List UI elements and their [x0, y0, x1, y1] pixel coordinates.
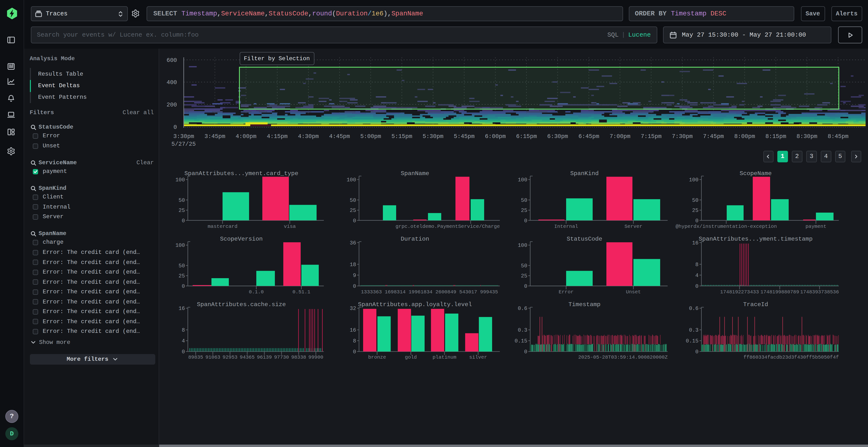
svg-text:grpc.oteldemo.PaymentService/C: grpc.oteldemo.PaymentService/Charge	[396, 224, 500, 229]
svg-text:50: 50	[179, 263, 185, 269]
svg-text:silver: silver	[469, 354, 487, 360]
svg-text:100: 100	[518, 177, 527, 183]
svg-text:5/27/25: 5/27/25	[172, 141, 196, 147]
svg-text:98338: 98338	[291, 354, 306, 360]
svg-text:8: 8	[353, 338, 356, 344]
svg-text:Internal: Internal	[554, 224, 578, 229]
svg-text:25: 25	[521, 208, 527, 214]
svg-text:600: 600	[166, 57, 177, 64]
svg-text:100: 100	[689, 177, 699, 183]
svg-text:7:00pm: 7:00pm	[610, 133, 630, 140]
svg-text:0.3: 0.3	[518, 327, 527, 333]
svg-text:94365: 94365	[240, 354, 255, 360]
svg-text:5:30pm: 5:30pm	[423, 133, 443, 140]
svg-text:0: 0	[695, 349, 699, 355]
svg-text:32: 32	[350, 306, 356, 312]
svg-text:payment: payment	[806, 224, 827, 229]
svg-text:99900: 99900	[308, 354, 323, 360]
svg-text:8:00pm: 8:00pm	[734, 133, 755, 140]
svg-text:91063: 91063	[206, 354, 220, 360]
svg-text:100: 100	[346, 177, 356, 183]
svg-text:ScopeName: ScopeName	[740, 170, 772, 177]
svg-text:5:00pm: 5:00pm	[360, 133, 381, 140]
svg-text:0.3: 0.3	[689, 327, 699, 333]
svg-text:92953: 92953	[222, 354, 238, 360]
svg-text:9: 9	[353, 273, 356, 279]
svg-text:0.6: 0.6	[518, 306, 527, 312]
svg-text:SpanAttributes.cache.size: SpanAttributes.cache.size	[197, 301, 286, 308]
svg-text:platinum: platinum	[433, 354, 457, 360]
svg-text:0.51.1: 0.51.1	[292, 289, 310, 295]
svg-text:4:00pm: 4:00pm	[236, 133, 256, 140]
svg-text:0: 0	[695, 283, 699, 289]
svg-text:50: 50	[179, 198, 185, 204]
svg-text:SpanKind: SpanKind	[570, 170, 599, 177]
svg-text:4:45pm: 4:45pm	[329, 133, 350, 140]
svg-text:7:45pm: 7:45pm	[703, 133, 724, 140]
svg-text:Unset: Unset	[626, 289, 641, 295]
svg-text:4:30pm: 4:30pm	[298, 133, 319, 140]
svg-text:Error: Error	[559, 289, 574, 295]
svg-text:visa: visa	[284, 224, 296, 229]
svg-text:4: 4	[695, 273, 699, 279]
svg-text:25: 25	[350, 208, 356, 214]
svg-text:97730: 97730	[274, 354, 289, 360]
svg-text:25: 25	[692, 208, 699, 214]
svg-text:400: 400	[166, 79, 177, 86]
svg-text:0.15: 0.15	[686, 338, 699, 344]
svg-text:25: 25	[179, 273, 185, 279]
svg-text:SpanName: SpanName	[401, 170, 429, 177]
svg-text:Duration: Duration	[401, 236, 429, 242]
svg-text:0.6: 0.6	[689, 306, 699, 312]
svg-text:1748199880789: 1748199880789	[761, 289, 799, 295]
svg-text:8: 8	[695, 262, 699, 268]
svg-text:4:15pm: 4:15pm	[267, 133, 288, 140]
svg-text:25: 25	[521, 273, 527, 279]
svg-text:8:30pm: 8:30pm	[797, 133, 817, 140]
svg-text:16: 16	[350, 327, 356, 333]
svg-text:0: 0	[695, 218, 699, 224]
svg-text:5:45pm: 5:45pm	[454, 133, 474, 140]
svg-text:0: 0	[524, 218, 527, 224]
svg-text:16: 16	[179, 306, 185, 312]
svg-text:100: 100	[518, 243, 527, 248]
svg-text:6:00pm: 6:00pm	[485, 133, 506, 140]
svg-text:0: 0	[174, 124, 177, 131]
svg-text:SpanAttributes...yment.timesta: SpanAttributes...yment.timestamp	[699, 236, 812, 242]
svg-text:0: 0	[353, 349, 356, 355]
svg-text:7:30pm: 7:30pm	[672, 133, 693, 140]
svg-text:TraceId: TraceId	[743, 301, 768, 308]
svg-text:bronze: bronze	[368, 354, 386, 360]
svg-text:0: 0	[524, 283, 527, 289]
svg-text:6:15pm: 6:15pm	[516, 133, 537, 140]
svg-text:50: 50	[350, 198, 356, 204]
svg-text:0: 0	[182, 218, 185, 224]
svg-text:@hyperdx/instrumentation-excep: @hyperdx/instrumentation-exception	[676, 224, 777, 229]
svg-text:8:45pm: 8:45pm	[828, 133, 848, 140]
svg-text:100: 100	[175, 177, 185, 183]
svg-text:gold: gold	[405, 354, 416, 360]
svg-text:Server: Server	[624, 224, 642, 229]
svg-text:50: 50	[521, 263, 527, 269]
svg-text:6:45pm: 6:45pm	[579, 133, 599, 140]
svg-text:6:30pm: 6:30pm	[547, 133, 568, 140]
svg-text:50: 50	[692, 198, 699, 204]
svg-text:100: 100	[175, 243, 185, 248]
svg-text:mastercard: mastercard	[208, 224, 238, 229]
svg-text:5:15pm: 5:15pm	[391, 133, 412, 140]
svg-text:4: 4	[182, 338, 185, 344]
svg-text:89835: 89835	[188, 354, 203, 360]
svg-text:36: 36	[350, 240, 356, 246]
svg-text:25: 25	[179, 208, 185, 214]
svg-text:0: 0	[182, 283, 185, 289]
svg-text:8:15pm: 8:15pm	[765, 133, 786, 140]
svg-text:7:15pm: 7:15pm	[641, 133, 661, 140]
svg-text:SpanAttributes.app.loyalty.lev: SpanAttributes.app.loyalty.level	[358, 301, 472, 308]
svg-text:3:45pm: 3:45pm	[205, 133, 225, 140]
svg-text:0: 0	[524, 349, 527, 355]
svg-text:1333363 1698314 19961834 26008: 1333363 1698314 19961834 2600849 543017 …	[361, 289, 498, 295]
svg-text:3:30pm: 3:30pm	[173, 133, 194, 140]
svg-text:0: 0	[353, 283, 356, 289]
svg-text:50: 50	[521, 198, 527, 204]
svg-text:Timestamp: Timestamp	[568, 301, 600, 308]
